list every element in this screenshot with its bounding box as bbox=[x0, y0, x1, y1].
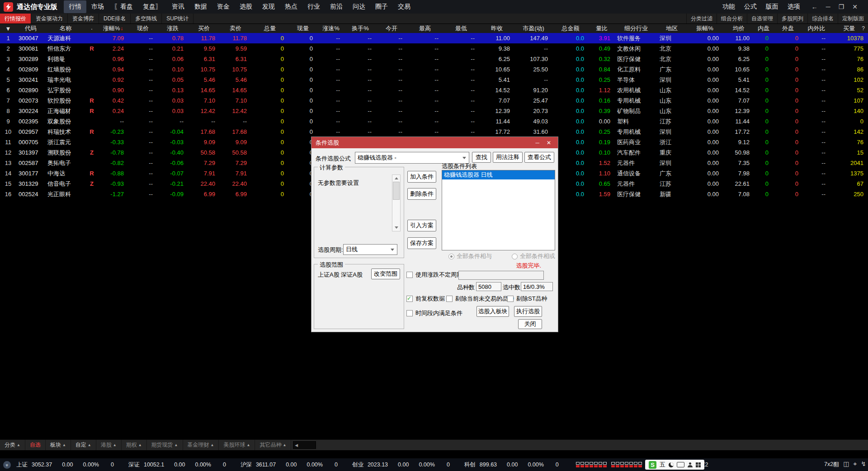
window-close-button[interactable]: ✕ bbox=[848, 2, 862, 12]
import-plan-button[interactable]: 引入方案 bbox=[407, 220, 436, 231]
column-header-sell[interactable]: 卖价 bbox=[220, 24, 251, 33]
period-extra-field[interactable] bbox=[458, 271, 544, 280]
menu-item-资金[interactable]: 资金 bbox=[212, 0, 235, 13]
window-restore-button[interactable]: ❐ bbox=[835, 2, 849, 12]
condition-listbox[interactable]: 稳赚钱选股器 日线 bbox=[442, 170, 555, 250]
selected-field[interactable]: 16/0.3% bbox=[521, 282, 553, 291]
toolbar-tool-组合分析[interactable]: 组合分析 bbox=[717, 14, 747, 24]
shield-icon[interactable]: » bbox=[3, 461, 11, 469]
toolbar-tab-行情报价[interactable]: 行情报价 bbox=[0, 14, 31, 24]
toolbar-tab-资金驱动力[interactable]: 资金驱动力 bbox=[31, 14, 68, 24]
close-dialog-button[interactable]: 关闭 bbox=[518, 319, 542, 329]
menu-item-公式[interactable]: 公式 bbox=[740, 0, 761, 13]
column-header-prev[interactable]: 昨收 bbox=[479, 24, 514, 33]
index-深证[interactable]: 深证10052.10.000.00%0 bbox=[128, 461, 226, 469]
toolbar-tool-定制版面[interactable]: 定制版面 bbox=[838, 14, 868, 24]
grid-icon[interactable] bbox=[696, 462, 701, 467]
table-row[interactable]: 4002809红墙股份0.94--0.1010.7510.7500-------… bbox=[0, 64, 868, 75]
column-header-tag[interactable]: · bbox=[86, 24, 98, 33]
menu-item-资讯[interactable]: 资讯 bbox=[167, 0, 189, 13]
help-icon[interactable]: ? bbox=[862, 25, 865, 32]
table-row[interactable]: 6002890弘宇股份0.90--0.1314.6514.6500-------… bbox=[0, 85, 868, 95]
bottom-tab-港股[interactable]: 港股▲ bbox=[96, 440, 122, 450]
column-header-avg[interactable]: 均价 bbox=[723, 24, 754, 33]
menu-item-热点[interactable]: 热点 bbox=[280, 0, 302, 13]
menu-item-交易[interactable]: 交易 bbox=[393, 0, 415, 13]
radio-all-and[interactable]: 全部条件相与 bbox=[448, 252, 492, 260]
tray-icon-1[interactable]: ◫ bbox=[843, 460, 849, 468]
bottom-tab-分类[interactable]: 分类▲ bbox=[0, 440, 25, 450]
params-scrollbar[interactable] bbox=[392, 174, 401, 231]
column-header-turn[interactable]: 换手% bbox=[344, 24, 376, 33]
ime-logo-icon[interactable]: S bbox=[649, 461, 656, 469]
scroll-thumb[interactable] bbox=[393, 182, 400, 200]
menu-item-前沿[interactable]: 前沿 bbox=[325, 0, 348, 13]
bottom-tab-美股环球[interactable]: 美股环球▲ bbox=[219, 440, 255, 450]
column-header-zd[interactable]: 涨跌 bbox=[157, 24, 188, 33]
column-header-pe[interactable]: 市盈(动) bbox=[514, 24, 552, 33]
checkbox-exclude-st[interactable]: 剔除ST品种 bbox=[507, 295, 547, 303]
ime-bar[interactable]: S 五 bbox=[645, 460, 704, 470]
menu-item-行业[interactable]: 行业 bbox=[302, 0, 325, 13]
menu-item-复盘〗[interactable]: 复盘〗 bbox=[138, 0, 167, 13]
toolbar-tab-多空阵线[interactable]: 多空阵线 bbox=[131, 14, 162, 24]
scroll-down-icon[interactable] bbox=[393, 224, 400, 231]
pick-to-block-button[interactable]: 选股入板块 bbox=[476, 306, 509, 317]
menu-item-版面[interactable]: 版面 bbox=[761, 0, 783, 13]
dialog-close-icon[interactable]: ✕ bbox=[544, 140, 554, 146]
bottom-tab-期货现货[interactable]: 期货现货▲ bbox=[147, 440, 183, 450]
bottom-tab-自选[interactable]: 自选 bbox=[25, 440, 46, 450]
column-header-num[interactable]: ▼ bbox=[0, 24, 16, 33]
change-range-button[interactable]: 改变范围 bbox=[371, 268, 400, 279]
column-header-outv[interactable]: 外盘 bbox=[773, 24, 803, 33]
toolbar-tab-资金博弈[interactable]: 资金博弈 bbox=[68, 14, 99, 24]
checkbox-forward-adjusted[interactable]: 前复权数据 bbox=[406, 295, 445, 303]
count-field[interactable]: 5080 bbox=[476, 282, 501, 291]
menu-item-问达[interactable]: 问达 bbox=[348, 0, 370, 13]
tray-icon-0[interactable]: ▤ bbox=[833, 460, 839, 468]
column-header-ratio[interactable]: 内外比 bbox=[803, 24, 830, 33]
toolbar-tool-综合排名[interactable]: 综合排名 bbox=[807, 14, 838, 24]
index-上证[interactable]: 上证3052.370.000.00%0 bbox=[16, 461, 114, 469]
bottom-tab-其它品种[interactable]: 其它品种▲ bbox=[255, 440, 291, 450]
column-header-ind[interactable]: 细分行业 bbox=[615, 24, 657, 33]
person-icon[interactable] bbox=[688, 462, 693, 467]
index-科创[interactable]: 科创899.630.000.00%0 bbox=[464, 461, 559, 469]
add-condition-button[interactable]: 加入条件 bbox=[407, 171, 436, 183]
column-header-vol[interactable]: 总量 bbox=[251, 24, 288, 33]
remove-condition-button[interactable]: 删除条件 bbox=[407, 188, 436, 200]
toolbar-tool-自选管理[interactable]: 自选管理 bbox=[747, 14, 777, 24]
menu-item-行情[interactable]: 行情 bbox=[64, 0, 86, 13]
column-header-open[interactable]: 今开 bbox=[376, 24, 407, 33]
column-header-code[interactable]: 代码 bbox=[16, 24, 45, 33]
menu-item-市场[interactable]: 市场 bbox=[86, 0, 109, 13]
ime-mode-label[interactable]: 五 bbox=[660, 461, 665, 469]
menu-item-〖看盘[interactable]: 〖看盘 bbox=[109, 0, 138, 13]
menu-item-选项[interactable]: 选项 bbox=[783, 0, 805, 13]
table-row[interactable]: 2300081恒信东方R2.24--0.219.599.5900--------… bbox=[0, 43, 868, 54]
find-button[interactable]: 查找 bbox=[472, 152, 491, 163]
tray-icon-3[interactable]: ↯ bbox=[861, 460, 866, 468]
column-header-cur[interactable]: 现量 bbox=[288, 24, 317, 33]
index-沪深[interactable]: 沪深3611.070.000.00%0 bbox=[241, 461, 338, 469]
tab-scroll-left-button[interactable]: ◀ bbox=[293, 441, 316, 449]
menu-item-功能[interactable]: 功能 bbox=[718, 0, 740, 13]
bottom-tab-板块[interactable]: 板块▲ bbox=[46, 440, 71, 450]
window-minimize-button[interactable]: ─ bbox=[822, 2, 835, 12]
moon-icon[interactable] bbox=[669, 462, 674, 467]
column-header-amt[interactable]: 总金额 bbox=[552, 24, 589, 33]
checkbox-indeterminate-period[interactable]: 使用涨跌不定周期 bbox=[406, 271, 462, 279]
view-formula-button[interactable]: 查看公式 bbox=[524, 152, 554, 163]
table-row[interactable]: 10002957科瑞技术R-0.23---0.0417.6817.6800---… bbox=[0, 127, 868, 137]
toolbar-tab-DDE排名[interactable]: DDE排名 bbox=[99, 14, 131, 24]
toolbar-tool-分类过滤[interactable]: 分类过滤 bbox=[686, 14, 717, 24]
menu-item-圈子[interactable]: 圈子 bbox=[370, 0, 393, 13]
bottom-tab-自定[interactable]: 自定▲ bbox=[71, 440, 96, 450]
column-header-area[interactable]: 地区 bbox=[657, 24, 686, 33]
table-row[interactable]: 3300289利德曼0.96--0.066.316.3100----------… bbox=[0, 54, 868, 64]
bottom-tab-期权[interactable]: 期权▲ bbox=[122, 440, 147, 450]
column-header-buy[interactable]: 买价 bbox=[188, 24, 220, 33]
usage-notes-button[interactable]: 用法注释 bbox=[493, 152, 523, 163]
toolbar-tab-SUP统计[interactable]: SUP统计 bbox=[162, 14, 193, 24]
column-header-speed[interactable]: 涨速% bbox=[317, 24, 344, 33]
